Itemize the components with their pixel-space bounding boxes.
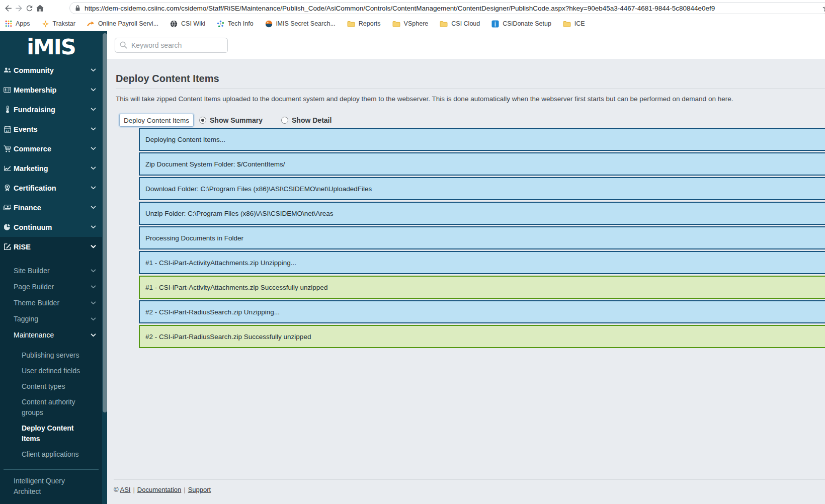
url-text: https://dem-csidemo.csiinc.com/csidemo/S…	[85, 5, 822, 12]
status-messages: Deploying Content Items... Zip Document …	[139, 128, 825, 348]
chevron-down-icon	[91, 245, 96, 248]
star-icon	[42, 20, 49, 28]
footer-link-documentation[interactable]: Documentation	[137, 486, 181, 493]
forward-button[interactable]	[14, 3, 24, 14]
search-icon	[120, 41, 127, 49]
bookmark-csi-cloud[interactable]: CSI Cloud	[440, 20, 480, 27]
main-content: Keyword search Deploy Content Items This…	[107, 31, 825, 504]
sidebar-item-publishing-servers[interactable]: Publishing servers	[0, 348, 102, 363]
app-icon	[491, 20, 499, 28]
chevron-down-icon	[91, 317, 96, 321]
folder-icon	[392, 21, 400, 27]
bookmarks-bar: Apps Trakstar Online Payroll Servi... CS…	[0, 16, 825, 31]
sidebar-scrollbar[interactable]	[103, 33, 107, 412]
globe-icon	[170, 20, 178, 28]
chevron-down-icon	[91, 225, 96, 229]
bookmark-vsphere[interactable]: VSphere	[392, 20, 429, 27]
sidebar-item-content-types[interactable]: Content types	[0, 379, 102, 394]
radio-button-icon	[281, 117, 288, 124]
bookmark-reports[interactable]: Reports	[347, 20, 381, 27]
sidebar-item-client-applications[interactable]: Client applications	[0, 447, 102, 462]
status-message: Download Folder: C:\Program Files (x86)\…	[139, 177, 825, 200]
deploy-content-items-button[interactable]: Deploy Content Items	[119, 114, 194, 127]
chevron-down-icon	[91, 166, 96, 170]
chevron-down-icon	[91, 301, 96, 305]
footer-link-asi[interactable]: ASI	[120, 486, 131, 493]
sidebar-item-tagging[interactable]: Tagging	[0, 311, 102, 327]
community-icon	[4, 67, 11, 73]
sidebar-item-fundraising[interactable]: Fundraising	[0, 100, 102, 119]
sidebar-item-finance[interactable]: Finance	[0, 198, 102, 217]
arrow-icon	[87, 21, 95, 27]
sidebar-item-community[interactable]: Community	[0, 60, 102, 80]
address-bar[interactable]: https://dem-csidemo.csiinc.com/csidemo/S…	[69, 2, 825, 14]
radio-show-summary[interactable]: Show Summary	[199, 116, 263, 124]
sidebar-item-maintenance[interactable]: Maintenance	[0, 327, 102, 343]
commerce-icon	[4, 145, 11, 152]
chevron-down-icon	[91, 285, 96, 289]
sidebar-divider	[4, 469, 99, 470]
footer-link-support[interactable]: Support	[188, 486, 211, 493]
chevron-down-icon	[91, 68, 96, 72]
events-icon: 17	[4, 126, 11, 133]
folder-icon	[440, 21, 448, 27]
bookmark-trakstar[interactable]: Trakstar	[42, 20, 75, 28]
burst-icon	[217, 20, 224, 28]
sidebar-item-commerce[interactable]: Commerce	[0, 139, 102, 158]
bookmark-star-icon[interactable]	[822, 4, 825, 12]
marketing-icon	[4, 165, 11, 171]
browser-toolbar: https://dem-csidemo.csiinc.com/csidemo/S…	[0, 0, 825, 16]
svg-text:17: 17	[6, 128, 9, 132]
sidebar-item-marketing[interactable]: Marketing	[0, 158, 102, 178]
topbar: Keyword search	[107, 31, 825, 59]
title-divider	[116, 88, 825, 89]
sidebar-item-membership[interactable]: Membership	[0, 80, 102, 100]
bookmark-apps[interactable]: Apps	[5, 20, 30, 27]
sidebar-item-intelligent-query-architect[interactable]: Intelligent Query Architect	[0, 476, 102, 497]
status-message: #1 - CSI-iPart-ActivityAttachments.zip U…	[139, 251, 825, 274]
status-message: #2 - CSI-iPart-RadiusSearch.zip Unzippin…	[139, 300, 825, 323]
sidebar-item-theme-builder[interactable]: Theme Builder	[0, 295, 102, 311]
sidebar-item-events[interactable]: 17 Events	[0, 119, 102, 139]
bookmark-tech-info[interactable]: Tech Info	[217, 20, 254, 28]
bookmark-csi-wiki[interactable]: CSI Wiki	[170, 20, 205, 28]
status-message: Unzip Folder: C:\Program Files (x86)\ASI…	[139, 202, 825, 225]
keyword-search-input[interactable]: Keyword search	[115, 38, 228, 53]
sidebar-item-deploy-content-items[interactable]: Deploy Content Items	[0, 421, 102, 447]
status-message: #2 - CSI-iPart-RadiusSearch.zip Successf…	[139, 325, 825, 348]
home-button[interactable]	[35, 3, 45, 14]
sidebar-item-continuum[interactable]: Continuum	[0, 217, 102, 237]
bookmark-online-payroll[interactable]: Online Payroll Servi...	[87, 20, 158, 27]
fundraising-icon	[4, 106, 11, 113]
chevron-down-icon	[91, 108, 96, 111]
imis-logo: iMIS	[0, 31, 102, 60]
sidebar-item-user-defined-fields[interactable]: User defined fields	[0, 363, 102, 379]
refresh-button[interactable]	[24, 3, 34, 14]
sidebar-item-site-builder[interactable]: Site Builder	[0, 263, 102, 279]
sphere-icon	[265, 20, 273, 28]
bookmark-imis-secret-search[interactable]: iMIS Secret Search...	[265, 20, 336, 28]
chevron-down-icon	[91, 186, 96, 190]
status-message: Deploying Content Items...	[139, 128, 825, 151]
folder-icon	[563, 21, 571, 27]
bookmark-ice[interactable]: ICE	[563, 20, 585, 27]
finance-icon	[4, 205, 11, 210]
folder-icon	[347, 21, 355, 27]
sidebar-item-content-authority-groups[interactable]: Content authority groups	[0, 394, 102, 421]
radio-show-detail[interactable]: Show Detail	[281, 116, 332, 124]
page-description: This will take zipped Content Items uplo…	[116, 95, 825, 104]
bookmark-csidonate-setup[interactable]: CSiDonate Setup	[491, 20, 551, 28]
sidebar: iMIS Community Membership Fundraising 17…	[0, 31, 107, 504]
chevron-down-icon	[91, 88, 96, 92]
status-message: Zip Document System Folder: $/ContentIte…	[139, 152, 825, 176]
sidebar-item-certification[interactable]: Certification	[0, 178, 102, 198]
sidebar-item-rise[interactable]: RiSE	[0, 237, 102, 257]
radio-button-icon	[199, 117, 206, 124]
chevron-down-icon	[91, 269, 96, 273]
page-title: Deploy Content Items	[116, 73, 825, 84]
back-button[interactable]	[3, 3, 13, 14]
continuum-icon	[4, 224, 11, 230]
chevron-down-icon	[91, 127, 96, 131]
sidebar-item-page-builder[interactable]: Page Builder	[0, 279, 102, 295]
certification-icon	[4, 185, 11, 192]
